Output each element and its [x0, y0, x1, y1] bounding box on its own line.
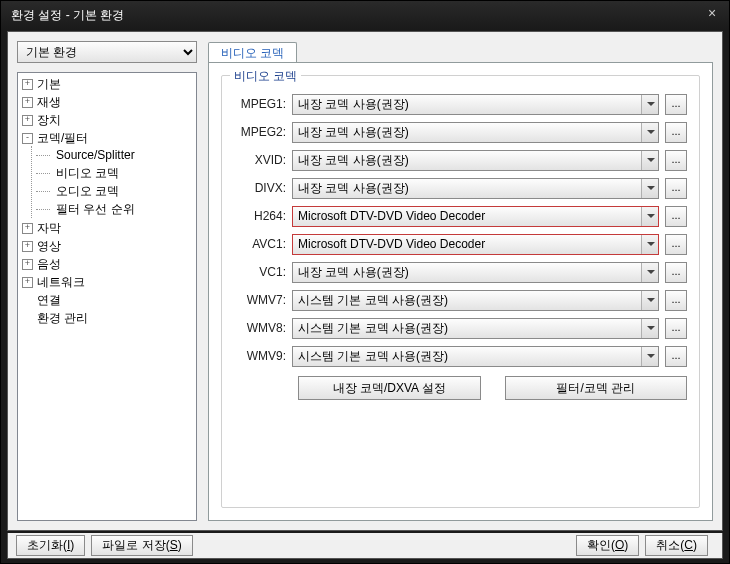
- codec-select[interactable]: 시스템 기본 코덱 사용(권장): [292, 346, 659, 367]
- reset-button[interactable]: 초기화(I): [16, 535, 85, 556]
- profile-select[interactable]: 기본 환경: [17, 41, 197, 63]
- tree-expander-icon[interactable]: +: [22, 97, 33, 108]
- codec-label: WMV8:: [234, 321, 292, 335]
- save-to-file-button[interactable]: 파일로 저장(S): [91, 535, 192, 556]
- tree-item[interactable]: 필터 우선 순위: [56, 201, 135, 218]
- codec-label: VC1:: [234, 265, 292, 279]
- tree-item[interactable]: 네트워크: [37, 274, 85, 291]
- codec-row: WMV8:시스템 기본 코덱 사용(권장)...: [234, 314, 687, 342]
- titlebar: 환경 설정 - 기본 환경 ×: [1, 1, 729, 29]
- codec-row: MPEG1:내장 코덱 사용(권장)...: [234, 90, 687, 118]
- tree-expander-icon[interactable]: -: [22, 133, 33, 144]
- profile-selector[interactable]: 기본 환경: [17, 41, 197, 63]
- more-button[interactable]: ...: [665, 318, 687, 339]
- codec-row: XVID:내장 코덱 사용(권장)...: [234, 146, 687, 174]
- tree-expander-icon[interactable]: +: [22, 241, 33, 252]
- tree-item[interactable]: Source/Splitter: [56, 148, 135, 162]
- category-tree[interactable]: +기본+재생+장치-코덱/필터Source/Splitter비디오 코덱오디오 …: [17, 72, 197, 521]
- codec-select[interactable]: 내장 코덱 사용(권장): [292, 150, 659, 171]
- tree-item[interactable]: 환경 관리: [37, 310, 88, 327]
- codec-row: WMV7:시스템 기본 코덱 사용(권장)...: [234, 286, 687, 314]
- codec-group: 비디오 코덱 MPEG1:내장 코덱 사용(권장)...MPEG2:내장 코덱 …: [221, 75, 700, 508]
- codec-select[interactable]: 시스템 기본 코덱 사용(권장): [292, 318, 659, 339]
- dxva-settings-button[interactable]: 내장 코덱/DXVA 설정: [298, 376, 481, 400]
- more-button[interactable]: ...: [665, 290, 687, 311]
- more-button[interactable]: ...: [665, 234, 687, 255]
- more-button[interactable]: ...: [665, 262, 687, 283]
- footer: 초기화(I) 파일로 저장(S) 확인(O) 취소(C): [7, 533, 723, 559]
- codec-label: DIVX:: [234, 181, 292, 195]
- codec-row: H264:Microsoft DTV-DVD Video Decoder...: [234, 202, 687, 230]
- codec-label: WMV7:: [234, 293, 292, 307]
- tree-expander-icon[interactable]: +: [22, 277, 33, 288]
- more-button[interactable]: ...: [665, 178, 687, 199]
- body: 기본 환경 +기본+재생+장치-코덱/필터Source/Splitter비디오 …: [7, 31, 723, 531]
- tree-item[interactable]: 코덱/필터: [37, 130, 88, 147]
- tree-expander-icon[interactable]: +: [22, 79, 33, 90]
- tree-item[interactable]: 비디오 코덱: [56, 165, 119, 182]
- tree-item[interactable]: 영상: [37, 238, 61, 255]
- codec-select[interactable]: 내장 코덱 사용(권장): [292, 178, 659, 199]
- codec-select[interactable]: 시스템 기본 코덱 사용(권장): [292, 290, 659, 311]
- codec-label: H264:: [234, 209, 292, 223]
- codec-select[interactable]: 내장 코덱 사용(권장): [292, 94, 659, 115]
- more-button[interactable]: ...: [665, 94, 687, 115]
- codec-select[interactable]: Microsoft DTV-DVD Video Decoder: [292, 206, 659, 227]
- window-title: 환경 설정 - 기본 환경: [11, 8, 124, 22]
- tree-item[interactable]: 음성: [37, 256, 61, 273]
- codec-label: MPEG1:: [234, 97, 292, 111]
- codec-select[interactable]: 내장 코덱 사용(권장): [292, 122, 659, 143]
- tree-item[interactable]: 오디오 코덱: [56, 183, 119, 200]
- tree-item[interactable]: 장치: [37, 112, 61, 129]
- more-button[interactable]: ...: [665, 206, 687, 227]
- ok-button[interactable]: 확인(O): [576, 535, 639, 556]
- more-button[interactable]: ...: [665, 150, 687, 171]
- tab-video-codec[interactable]: 비디오 코덱: [208, 42, 297, 64]
- codec-row: VC1:내장 코덱 사용(권장)...: [234, 258, 687, 286]
- codec-label: WMV9:: [234, 349, 292, 363]
- tree-expander-icon[interactable]: +: [22, 259, 33, 270]
- preferences-window: 환경 설정 - 기본 환경 × 기본 환경 +기본+재생+장치-코덱/필터Sou…: [0, 0, 730, 564]
- codec-label: MPEG2:: [234, 125, 292, 139]
- tabstrip: 비디오 코덱: [208, 41, 297, 63]
- cancel-button[interactable]: 취소(C): [645, 535, 708, 556]
- codec-row: MPEG2:내장 코덱 사용(권장)...: [234, 118, 687, 146]
- filter-manage-button[interactable]: 필터/코덱 관리: [505, 376, 688, 400]
- codec-row: DIVX:내장 코덱 사용(권장)...: [234, 174, 687, 202]
- panel: 비디오 코덱 MPEG1:내장 코덱 사용(권장)...MPEG2:내장 코덱 …: [208, 62, 713, 521]
- codec-row: WMV9:시스템 기본 코덱 사용(권장)...: [234, 342, 687, 370]
- tree-item[interactable]: 기본: [37, 76, 61, 93]
- codec-select[interactable]: 내장 코덱 사용(권장): [292, 262, 659, 283]
- more-button[interactable]: ...: [665, 346, 687, 367]
- close-icon[interactable]: ×: [703, 5, 721, 23]
- codec-label: AVC1:: [234, 237, 292, 251]
- codec-label: XVID:: [234, 153, 292, 167]
- group-title: 비디오 코덱: [230, 68, 301, 85]
- tree-expander-icon[interactable]: +: [22, 223, 33, 234]
- codec-select[interactable]: Microsoft DTV-DVD Video Decoder: [292, 234, 659, 255]
- tree-expander-icon[interactable]: +: [22, 115, 33, 126]
- tree-item[interactable]: 연결: [37, 292, 61, 309]
- codec-row: AVC1:Microsoft DTV-DVD Video Decoder...: [234, 230, 687, 258]
- tree-item[interactable]: 재생: [37, 94, 61, 111]
- more-button[interactable]: ...: [665, 122, 687, 143]
- tree-item[interactable]: 자막: [37, 220, 61, 237]
